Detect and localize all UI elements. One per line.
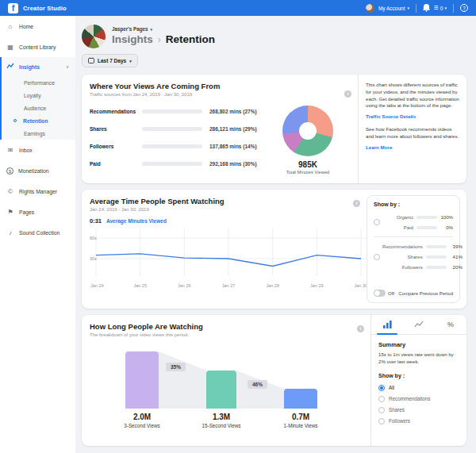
creator-studio-screen: f Creator Studio My Account ▾ ☰ 0 ▾ ? ⌂ … [0, 0, 476, 453]
metric-percent: 100% [440, 214, 453, 220]
page-avatar[interactable] [82, 25, 106, 48]
percent-icon: % [447, 321, 454, 328]
organic-row: Organic 100% [382, 212, 453, 222]
sidebar-item-sound-collection[interactable]: ♪ Sound Collection [0, 222, 75, 243]
sidebar-item-content-library[interactable]: ▦ Content Library [0, 36, 75, 57]
queue-menu[interactable]: ☰ 0 ▾ [434, 5, 447, 11]
info-icon[interactable] [353, 200, 360, 207]
sidebar-item-home[interactable]: ⌂ Home [0, 16, 75, 36]
my-account-menu[interactable]: My Account ▾ [378, 6, 409, 11]
sidebar-subitem-label: Audience [24, 106, 46, 111]
funnel-connector [236, 370, 284, 409]
tab-line-chart[interactable] [403, 315, 435, 334]
average-series-label[interactable]: Average Minutes Viewed [106, 218, 167, 224]
show-by-option-shares[interactable]: Shares [378, 405, 459, 416]
source-label: Paid [90, 161, 142, 167]
card-subtitle: Traffic sources from Jan 24, 2019 - Jan … [90, 92, 350, 97]
metric-label: Organic [382, 214, 413, 220]
sidebar-subitem-label: Performance [24, 80, 55, 86]
metric-percent: 0% [440, 225, 453, 230]
recommendations-row: Recommendations 39% [382, 241, 463, 251]
source-label: Shares [90, 126, 142, 132]
traffic-source-details-link[interactable]: Traffic Source Details [366, 113, 459, 119]
pages-dropdown-label: Jasper's Pages [112, 26, 148, 32]
sidebar-item-retention[interactable]: Retention [2, 114, 75, 127]
help-icon[interactable]: ? [460, 4, 468, 12]
funnel-value-group: 2.0M 3-Second Views [114, 413, 170, 428]
info-icon[interactable] [357, 325, 364, 332]
metric-label: Recommendations [382, 244, 423, 249]
sidebar-item-insights[interactable]: Insights ∨ [2, 57, 75, 76]
sidebar-item-label: Inbox [19, 148, 33, 153]
sidebar-item-loyalty[interactable]: Loyalty [2, 89, 75, 102]
traffic-row-shares: Shares 286,121 mins (29%) [90, 123, 263, 134]
views-label: 1-Minute Views [273, 423, 328, 428]
caret-down-icon: ▾ [129, 59, 132, 63]
learn-more-link[interactable]: Learn More [366, 144, 459, 150]
sidebar-item-earnings[interactable]: Earnings [2, 127, 75, 140]
main-content: Jasper's Pages ▾ Insights › Retention La… [75, 16, 476, 453]
card-title: How Long People Are Watching [90, 322, 363, 331]
views-value: 1.3M [194, 413, 249, 421]
pages-dropdown[interactable]: Jasper's Pages ▾ [112, 26, 215, 32]
metric-label: Shares [382, 254, 423, 259]
watch-time-line-chart: 60s 30s Jan 24 Jan 25 Jan 26 Jan 27 Jan … [90, 227, 369, 290]
organic-paid-radio[interactable] [374, 219, 380, 225]
radio-icon [378, 407, 385, 413]
show-by-option-recommendations[interactable]: Recommendations [378, 393, 459, 405]
views-label: 15-Second Views [194, 423, 249, 428]
toggle-state-label: Off [388, 291, 394, 296]
facebook-logo-icon[interactable]: f [8, 3, 18, 13]
sidebar-item-inbox[interactable]: ✉ Inbox [0, 140, 75, 160]
line-chart-icon [414, 321, 424, 328]
paid-row: Paid 0% [382, 222, 453, 232]
show-by-option-all[interactable]: All [378, 382, 459, 393]
pages-flag-icon: ⚑ [6, 209, 14, 216]
date-filter-label: Last 7 Days [98, 58, 126, 63]
retention-drop-badge: 46% [248, 380, 267, 389]
option-label: All [389, 385, 394, 390]
total-minutes-caption: Total Minutes Viewed [266, 170, 350, 175]
sidebar-item-pages[interactable]: ⚑ Pages [0, 202, 75, 222]
sidebar-item-audience[interactable]: Audience [2, 102, 75, 114]
tab-bar-chart[interactable] [371, 315, 403, 334]
monetization-icon: $ [6, 167, 13, 175]
queue-list-icon: ☰ [434, 5, 439, 11]
caret-down-icon: ▾ [408, 6, 410, 10]
caret-down-icon: ▾ [151, 27, 153, 32]
mini-bar-track [426, 266, 447, 269]
total-minutes-value: 985K [266, 160, 350, 169]
sidebar-insights-section: Insights ∨ Performance Loyalty Audience … [0, 57, 75, 140]
show-by-heading: Show by : [378, 373, 459, 378]
notifications-bell-icon[interactable] [423, 1, 430, 15]
show-by-option-followers[interactable]: Followers [378, 416, 459, 427]
chart-type-tabs: % [371, 315, 466, 335]
tab-percentage[interactable]: % [435, 315, 466, 334]
sidebar-item-label: Insights [19, 64, 40, 70]
chevron-down-icon: ∨ [66, 64, 69, 69]
page-title: Retention [166, 33, 215, 45]
sidebar-subitem-label: Retention [23, 118, 48, 124]
sidebar-item-label: Pages [19, 209, 34, 215]
mini-bar-track [416, 216, 437, 219]
sidebar-item-performance[interactable]: Performance [2, 76, 75, 89]
metric-percent: 41% [450, 254, 463, 259]
metric-percent: 20% [450, 264, 463, 270]
compare-toggle[interactable] [374, 290, 386, 297]
funnel-value-group: 0.7M 1-Minute Views [273, 413, 328, 428]
sidebar-item-rights-manager[interactable]: © Rights Manager [0, 181, 75, 202]
radio-icon [378, 385, 385, 391]
info-icon[interactable] [344, 90, 351, 98]
x-tick: Jan 28 [266, 283, 279, 288]
bar-track [142, 144, 202, 148]
sidebar-item-monetization[interactable]: $ Monetization [0, 160, 75, 181]
breadcrumb-insights[interactable]: Insights [112, 33, 153, 45]
sources-radio[interactable] [374, 254, 380, 260]
date-filter-button[interactable]: Last 7 Days ▾ [82, 54, 138, 67]
traffic-sources-card: Where Your Views Are Coming From Traffic… [82, 75, 466, 183]
x-tick: Jan 27 [222, 283, 236, 288]
x-tick: Jan 29 [310, 283, 324, 288]
donut-section: 985K Total Minutes Viewed [266, 106, 350, 175]
rights-manager-icon: © [6, 188, 14, 195]
traffic-row-followers: Followers 137,865 mins (14%) [90, 140, 263, 152]
